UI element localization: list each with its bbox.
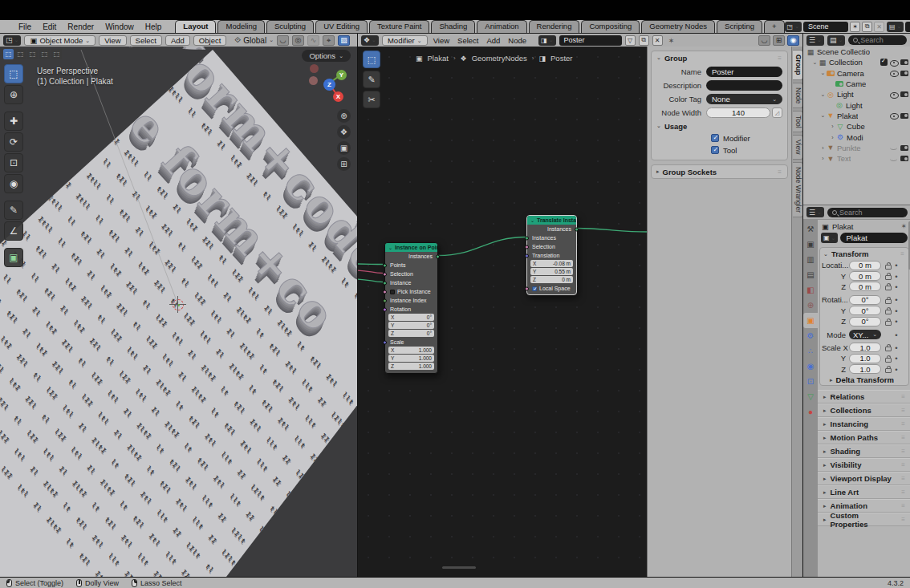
sidebar-tab-node[interactable]: Node <box>793 83 803 108</box>
local-space-checkbox[interactable] <box>532 286 537 291</box>
pin-id-icon[interactable]: ✶ <box>900 222 907 230</box>
object-name-field[interactable]: Plakat <box>840 233 908 243</box>
tab-layout[interactable]: Layout <box>175 20 216 33</box>
node-width-field[interactable]: 140 <box>706 107 770 118</box>
tab-object-data-icon[interactable]: ▽ <box>803 389 818 404</box>
socket-scale-in[interactable] <box>383 340 387 344</box>
select-box-tool[interactable]: ⬚ <box>4 64 23 83</box>
outliner-row-plakat[interactable]: ⌄▼Plakat <box>803 111 910 121</box>
group-description-field[interactable] <box>706 80 782 91</box>
node-translate-instances[interactable]: ⌄Translate Instan... Instances Instances… <box>526 215 577 295</box>
viewport-menu-add[interactable]: Add <box>165 35 190 46</box>
sidebar-tab-group[interactable]: Group <box>793 50 803 80</box>
lock-icon[interactable] <box>885 265 892 270</box>
select-mode-extend-icon[interactable]: ⬚ <box>15 49 26 59</box>
tab-scripting[interactable]: Scripting <box>717 20 762 33</box>
editor-type-viewport-dropdown[interactable]: ◳⌄ <box>3 35 21 46</box>
cut-links-tool[interactable]: ✂ <box>363 91 380 108</box>
add-workspace-button[interactable]: + <box>764 20 785 33</box>
group-sockets-header[interactable]: ▸Group Sockets≡ <box>652 165 787 178</box>
viewlayer-icon[interactable]: ▤⌄ <box>887 22 904 32</box>
geometry-node-editor[interactable]: ⌄Instance on Points Instances Points Sel… <box>357 47 802 577</box>
socket-rotation-in[interactable] <box>383 307 387 311</box>
expand-icon[interactable]: › <box>819 156 827 161</box>
socket-points-in[interactable] <box>383 263 387 267</box>
fake-user-shield-icon[interactable]: ▽ <box>625 35 636 46</box>
menu-window[interactable]: Window <box>100 22 140 31</box>
expand-icon[interactable]: ⌄ <box>819 91 827 98</box>
sidebar-tab-view[interactable]: View <box>793 135 803 159</box>
socket-local-space-in[interactable] <box>525 286 529 290</box>
gizmo-axis-neg-y[interactable] <box>310 64 319 73</box>
node-header[interactable]: ⌄Instance on Points <box>385 243 437 252</box>
tab-output-icon[interactable]: ▥ <box>803 252 818 267</box>
eye-icon[interactable] <box>890 59 898 66</box>
new-scene-button[interactable]: ⧉ <box>862 22 872 32</box>
node-overlays-dropdown[interactable]: ◉ <box>787 35 799 46</box>
socket-instances-out[interactable] <box>436 254 440 258</box>
animate-dot[interactable]: • <box>892 282 901 291</box>
viewport-options-button[interactable]: Options⌄ <box>302 50 351 62</box>
scale-z-field[interactable]: Z1.000 <box>388 363 434 370</box>
cursor-tool[interactable]: ⊕ <box>4 85 23 104</box>
node-menu-view[interactable]: View <box>431 36 452 45</box>
animate-dot[interactable]: • <box>892 261 901 270</box>
scale-y-field[interactable]: 1.0 <box>849 354 881 363</box>
panel-custom-properties[interactable]: ▸Custom Properties≡ <box>818 513 910 526</box>
select-mode-new-icon[interactable]: ⬚ <box>3 49 14 59</box>
expand-icon[interactable]: › <box>829 135 836 140</box>
scene-name-field[interactable]: Scene <box>803 22 848 32</box>
panel-collections[interactable]: ▸Collections≡ <box>818 403 910 417</box>
tab-modifiers-icon[interactable]: ⚙ <box>803 328 818 343</box>
measure-tool[interactable]: ∠ <box>4 221 23 241</box>
gizmo-axis-neg-x[interactable] <box>309 76 318 85</box>
node-snap-icon[interactable]: ◡ <box>758 35 770 46</box>
collection-checkbox[interactable] <box>880 59 888 66</box>
rotate-tool[interactable]: ⟳ <box>4 132 23 152</box>
menu-file[interactable]: File <box>13 22 37 31</box>
gizmos-dropdown[interactable]: ⌖ <box>323 35 335 46</box>
expand-icon[interactable]: › <box>819 145 827 151</box>
node-annotate-tool[interactable]: ✎ <box>363 71 380 88</box>
node-snap-target-dropdown[interactable]: ⊞ <box>773 35 785 46</box>
panel-relations[interactable]: ▸Relations≡ <box>818 390 910 403</box>
pick-instance-checkbox[interactable] <box>390 290 395 294</box>
eye-icon[interactable] <box>890 70 898 76</box>
panel-viewport-display[interactable]: ▸Viewport Display≡ <box>818 472 910 485</box>
location-z-field[interactable]: 0 m <box>849 282 881 291</box>
node-tree-type-dropdown[interactable]: Modifier⌄ <box>382 35 428 46</box>
socket-selection-in[interactable] <box>383 272 387 276</box>
object-mode-dropdown[interactable]: ▣ Object Mode⌄ <box>24 35 95 46</box>
rotation-mode-dropdown[interactable]: XY...⌄ <box>849 330 881 339</box>
socket-instance-in[interactable] <box>383 281 387 285</box>
location-x-field[interactable]: 0 m <box>849 261 881 270</box>
render-visibility-icon[interactable] <box>900 145 908 151</box>
node-menu-add[interactable]: Add <box>484 36 502 45</box>
tab-uv-editing[interactable]: UV Editing <box>315 20 368 33</box>
tab-shading[interactable]: Shading <box>431 20 475 33</box>
tab-compositing[interactable]: Compositing <box>581 20 640 33</box>
tab-render-icon[interactable]: ▣ <box>803 237 818 252</box>
node-menu-node[interactable]: Node <box>506 36 529 45</box>
gizmo-axis-x[interactable]: X <box>333 91 343 102</box>
rotation-y-field[interactable]: Y0° <box>388 322 434 329</box>
outliner-row-light-data[interactable]: ◎Light <box>803 99 910 110</box>
socket-instances-in[interactable] <box>525 236 529 240</box>
transform-panel-header[interactable]: ⌄Transform≡ <box>820 248 908 260</box>
tab-particles-icon[interactable]: ∴ <box>803 343 818 359</box>
node-group-icon-dropdown[interactable]: ◨⌄ <box>538 35 555 46</box>
outliner-row-light[interactable]: ⌄◎Light <box>803 89 910 99</box>
socket-translation-in[interactable] <box>525 253 529 258</box>
render-visibility-icon[interactable] <box>900 156 908 161</box>
new-node-group-button[interactable]: ⧉ <box>639 35 649 46</box>
lock-icon[interactable] <box>885 275 892 280</box>
move-tool[interactable]: ✚ <box>4 112 23 131</box>
eye-icon[interactable] <box>890 112 898 119</box>
panel-line-art[interactable]: ▸Line Art≡ <box>818 485 910 499</box>
animate-dot[interactable]: • <box>892 272 901 281</box>
usage-tool-checkbox[interactable] <box>711 146 719 154</box>
tab-sculpting[interactable]: Sculpting <box>266 20 314 33</box>
outliner-row-text[interactable]: ›▼Text <box>803 153 910 164</box>
node-instance-on-points[interactable]: ⌄Instance on Points Instances Points Sel… <box>384 242 438 374</box>
panel-visibility[interactable]: ▸Visibility≡ <box>818 458 910 472</box>
